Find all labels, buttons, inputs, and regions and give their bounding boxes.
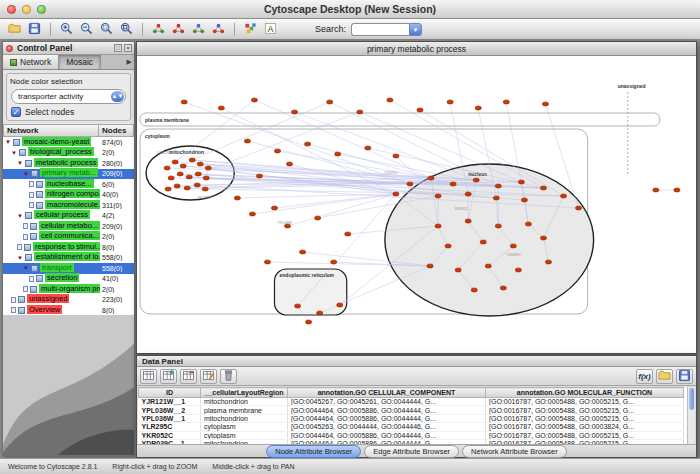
tab-network-attribute-browser[interactable]: Network Attribute Browser xyxy=(462,445,567,458)
table-row[interactable]: YLR295Ccytoplasm[GO:0045263, GO:0044444,… xyxy=(139,423,684,431)
vizmapper-button[interactable] xyxy=(241,21,260,38)
graph-node[interactable] xyxy=(186,175,192,179)
graph-node[interactable] xyxy=(168,176,174,180)
graph-node[interactable] xyxy=(540,236,546,240)
tree-row[interactable]: macromolecule...311(0) xyxy=(3,200,134,211)
graph-node[interactable] xyxy=(174,184,180,188)
graph-node[interactable] xyxy=(172,160,178,164)
scrollbar-thumb[interactable] xyxy=(689,388,694,410)
graph-node[interactable] xyxy=(335,152,341,156)
graph-node[interactable] xyxy=(515,268,521,272)
graph-node[interactable] xyxy=(181,100,187,104)
trash-button[interactable] xyxy=(220,369,237,384)
fx-button[interactable]: f(x) xyxy=(636,369,653,384)
open-button[interactable] xyxy=(5,21,24,38)
graph-node[interactable] xyxy=(493,196,499,200)
graph-node[interactable] xyxy=(500,286,506,290)
close-window-button[interactable] xyxy=(7,5,16,14)
graph-node[interactable] xyxy=(510,244,516,248)
graph-node[interactable] xyxy=(540,186,546,190)
tree-row[interactable]: ▼mosaic-demo-yeast874(0) xyxy=(3,137,134,148)
select-attributes-button[interactable] xyxy=(140,369,157,384)
graph-node[interactable] xyxy=(521,198,527,202)
table-cell[interactable]: [GO:0016787, GO:0005488, GO:0005215, G..… xyxy=(486,414,684,422)
graph-node[interactable] xyxy=(495,224,501,228)
graph-node[interactable] xyxy=(435,194,441,198)
tree-row[interactable]: cell communica...2(0) xyxy=(3,232,134,243)
table-cell[interactable]: [GO:0044464, GO:0005886, GO:0044444, G..… xyxy=(288,431,486,439)
save-button[interactable] xyxy=(676,369,693,384)
tab-scroll-right-icon[interactable]: ▶ xyxy=(127,58,132,66)
graph-node[interactable] xyxy=(674,188,680,192)
close-panel-icon[interactable]: × xyxy=(124,44,132,52)
graph-node[interactable] xyxy=(465,219,471,223)
graph-node[interactable] xyxy=(203,176,209,180)
table-cell[interactable]: cytoplasm xyxy=(201,431,288,439)
graph-node[interactable] xyxy=(256,174,262,178)
table-cell[interactable]: [GO:0016787, GO:0005488, GO:0005215, G..… xyxy=(486,431,684,439)
graph-node[interactable] xyxy=(274,149,280,153)
graph-node[interactable] xyxy=(387,98,393,102)
graph-node[interactable] xyxy=(447,100,453,104)
table-cell[interactable]: [GO:0016787, GO:0005488, GO:0005215, G..… xyxy=(486,398,684,406)
column-header[interactable]: annotation.GO CELLULAR_COMPONENT xyxy=(288,388,486,398)
graph-node[interactable] xyxy=(653,188,659,192)
graph-node[interactable] xyxy=(337,303,343,307)
graph-node[interactable] xyxy=(194,183,200,187)
graph-node[interactable] xyxy=(365,146,371,150)
tree-row[interactable]: ▼establishment of lo...558(0) xyxy=(3,253,134,264)
graph-node[interactable] xyxy=(271,206,277,210)
tree-column-nodes[interactable]: Nodes xyxy=(99,124,134,137)
table-row[interactable]: YJR121W__1mitochondrion[GO:0045267, GO:0… xyxy=(139,398,684,406)
graph-node[interactable] xyxy=(575,206,581,210)
search-input[interactable] xyxy=(351,23,409,36)
graph-node[interactable] xyxy=(357,110,363,114)
create-network-button[interactable] xyxy=(149,21,168,38)
create-view-button[interactable] xyxy=(189,21,208,38)
graph-node[interactable] xyxy=(189,158,195,162)
column-header[interactable]: ID xyxy=(139,388,201,398)
graph-node[interactable] xyxy=(317,311,323,315)
column-header[interactable]: annotation.GO MOLECULAR_FUNCTION xyxy=(486,388,684,398)
tree-row[interactable]: nucleobase...6(0) xyxy=(3,179,134,190)
graph-node[interactable] xyxy=(197,162,203,166)
graph-node[interactable] xyxy=(202,187,208,191)
zoom-in-button[interactable] xyxy=(57,21,76,38)
graph-node[interactable] xyxy=(180,164,186,168)
tree-row[interactable]: ▼primary metab...209(0) xyxy=(3,169,134,180)
create-attribute-button[interactable] xyxy=(160,369,177,384)
graph-node[interactable] xyxy=(345,232,351,236)
attribute-dropdown[interactable]: transporter activity ▲▼ xyxy=(11,89,126,104)
graph-node[interactable] xyxy=(465,192,471,196)
table-cell[interactable]: YKR052C xyxy=(139,431,201,439)
graph-node[interactable] xyxy=(205,166,211,170)
graph-node[interactable] xyxy=(445,244,451,248)
table-cell[interactable]: [GO:0016787, GO:0005488, GO:0003824, G..… xyxy=(486,423,684,431)
float-panel-icon[interactable]: □ xyxy=(114,44,122,52)
graph-node[interactable] xyxy=(455,268,461,272)
expand-arrow-icon[interactable]: ▼ xyxy=(11,150,18,156)
table-cell[interactable]: [GO:0044464, GO:0005886, GO:0044444, G..… xyxy=(288,406,486,414)
graph-node[interactable] xyxy=(234,196,240,200)
graph-node[interactable] xyxy=(495,184,501,188)
expand-arrow-icon[interactable]: ▼ xyxy=(23,171,30,177)
chevron-down-icon[interactable]: ▾ xyxy=(409,23,422,36)
graph-node[interactable] xyxy=(475,106,481,110)
graph-node[interactable] xyxy=(286,162,292,166)
expand-arrow-icon[interactable]: ▼ xyxy=(17,255,24,261)
tab-node-attribute-browser[interactable]: Node Attribute Browser xyxy=(266,445,361,458)
graph-node[interactable] xyxy=(435,224,441,228)
graph-node[interactable] xyxy=(428,176,434,180)
graph-node[interactable] xyxy=(393,154,399,158)
select-nodes-checkbox[interactable]: ✓ xyxy=(11,107,21,117)
graph-node[interactable] xyxy=(184,186,190,190)
tab-network[interactable]: Network xyxy=(3,55,59,69)
tab-edge-attribute-browser[interactable]: Edge Attribute Browser xyxy=(364,445,459,458)
expand-arrow-icon[interactable]: ▼ xyxy=(5,139,12,145)
tree-row[interactable]: ▼transport558(0) xyxy=(3,263,134,274)
graph-node[interactable] xyxy=(417,108,423,112)
table-cell[interactable]: YLR295C xyxy=(139,423,201,431)
graph-node[interactable] xyxy=(251,98,257,102)
table-cell[interactable]: YJR121W__1 xyxy=(139,398,201,406)
expand-arrow-icon[interactable]: ▼ xyxy=(17,160,24,166)
